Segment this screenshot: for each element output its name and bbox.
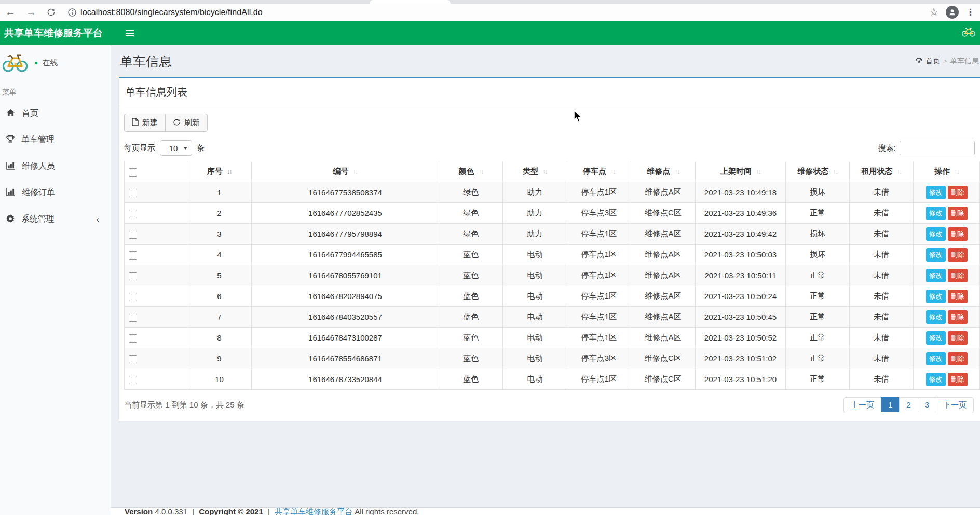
row-checkbox[interactable] — [129, 231, 137, 239]
delete-button[interactable]: 删除 — [948, 227, 968, 241]
browser-back-icon[interactable]: ← — [0, 4, 21, 21]
cell-time: 2021-03-23 10:49:42 — [696, 224, 786, 245]
delete-button[interactable]: 删除 — [948, 352, 968, 365]
edit-button[interactable]: 修改 — [926, 373, 946, 386]
col-seq[interactable]: 序号↓↑ — [187, 161, 252, 182]
browser-reload-icon[interactable] — [42, 8, 61, 17]
edit-button[interactable]: 修改 — [926, 352, 946, 365]
row-checkbox[interactable] — [129, 189, 137, 197]
address-bar[interactable]: localhost:8080/singlecarsystem/bicycle/f… — [63, 5, 924, 20]
row-checkbox[interactable] — [129, 314, 137, 322]
pagination-page-2[interactable]: 2 — [900, 397, 918, 413]
sort-icon[interactable]: ↑↓ — [479, 168, 483, 175]
cell-rent_status: 未借 — [850, 182, 914, 203]
col-time[interactable]: 上架时间↑↓ — [696, 161, 786, 182]
edit-button[interactable]: 修改 — [926, 207, 946, 220]
tab-artifact — [370, 0, 451, 4]
new-button[interactable]: 新建 — [124, 114, 165, 132]
sort-icon[interactable]: ↑↓ — [675, 168, 679, 175]
cell-color: 蓝色 — [439, 286, 503, 307]
pagination-next[interactable]: 下一页 — [936, 397, 974, 413]
site-info-icon[interactable] — [68, 8, 76, 17]
breadcrumb-home-link[interactable]: 首页 — [915, 57, 940, 66]
row-checkbox[interactable] — [129, 210, 137, 218]
profile-avatar[interactable] — [946, 6, 959, 19]
delete-button[interactable]: 删除 — [948, 290, 968, 303]
row-checkbox[interactable] — [129, 272, 137, 280]
edit-button[interactable]: 修改 — [926, 186, 946, 199]
sidebar-item-repair-orders[interactable]: 维修订单 — [0, 180, 111, 206]
sidebar-item-system-management[interactable]: 系统管理 ‹ — [0, 206, 111, 233]
row-checkbox[interactable] — [129, 355, 137, 363]
url-text[interactable]: localhost:8080/singlecarsystem/bicycle/f… — [80, 8, 263, 17]
browser-forward-icon[interactable]: → — [21, 4, 42, 21]
sort-icon[interactable]: ↑↓ — [833, 168, 838, 175]
cell-type: 电动 — [503, 307, 567, 328]
col-repair-status[interactable]: 维修状态↑↓ — [786, 161, 850, 182]
cell-repair_status: 正常 — [786, 203, 850, 224]
browser-toolbar: ← → localhost:8080/singlecarsystem/bicyc… — [0, 4, 980, 21]
search-input[interactable] — [900, 141, 975, 155]
sidebar-item-bike-management[interactable]: 单车管理 — [0, 127, 111, 153]
browser-menu-icon[interactable]: ⋮ — [961, 4, 980, 21]
app-brand[interactable]: 共享单车维修服务平台 — [0, 26, 111, 40]
bookmark-star-icon[interactable]: ☆ — [924, 4, 944, 21]
sort-icon[interactable]: ↓↑ — [227, 168, 232, 175]
table-row: 416164677994465585蓝色电动停车点1区维修点A区2021-03-… — [125, 245, 980, 265]
row-actions-cell: 修改删除 — [914, 182, 980, 203]
row-checkbox-cell — [125, 369, 187, 390]
edit-button[interactable]: 修改 — [926, 269, 946, 282]
sort-icon[interactable]: ↑↓ — [954, 168, 959, 175]
col-repair-point[interactable]: 维修点↑↓ — [631, 161, 696, 182]
row-actions-cell: 修改删除 — [914, 348, 980, 369]
col-type[interactable]: 类型↑↓ — [503, 161, 567, 182]
cell-code: 16164678473100287 — [252, 328, 439, 348]
sort-icon[interactable]: ↑↓ — [610, 168, 615, 175]
sidebar-item-repair-staff[interactable]: 维修人员 — [0, 153, 111, 180]
edit-button[interactable]: 修改 — [926, 310, 946, 324]
bike-table: 序号↓↑ 编号↑↓ 颜色↑↓ 类型↑↓ 停车点↑↓ 维修点↑↓ 上架时间↑↓ 维… — [124, 161, 980, 390]
row-checkbox[interactable] — [129, 251, 137, 260]
sidebar-item-home[interactable]: 首页 — [0, 100, 111, 127]
table-body: 116164677538508374绿色助力停车点1区维修点A区2021-03-… — [125, 182, 980, 390]
col-code[interactable]: 编号↑↓ — [252, 161, 439, 182]
table-row: 116164677538508374绿色助力停车点1区维修点A区2021-03-… — [125, 182, 980, 203]
col-park[interactable]: 停车点↑↓ — [567, 161, 631, 182]
edit-button[interactable]: 修改 — [926, 227, 946, 241]
cell-code: 16164677538508374 — [252, 182, 439, 203]
pagination-page-1[interactable]: 1 — [881, 397, 900, 413]
select-all-checkbox[interactable] — [129, 168, 137, 177]
pagination-prev[interactable]: 上一页 — [843, 397, 881, 413]
sort-icon[interactable]: ↑↓ — [542, 168, 547, 175]
refresh-button[interactable]: 刷新 — [165, 114, 208, 132]
delete-button[interactable]: 删除 — [948, 248, 968, 262]
sidebar-toggle-icon[interactable] — [122, 27, 137, 39]
row-checkbox[interactable] — [129, 376, 137, 384]
cell-seq: 8 — [187, 328, 252, 348]
delete-button[interactable]: 删除 — [948, 269, 968, 282]
col-color[interactable]: 颜色↑↓ — [439, 161, 503, 182]
page-size-select[interactable]: 10 — [160, 140, 192, 156]
edit-button[interactable]: 修改 — [926, 331, 946, 345]
edit-button[interactable]: 修改 — [926, 290, 946, 303]
sort-icon[interactable]: ↑↓ — [353, 168, 358, 175]
search-label: 搜索: — [878, 143, 896, 153]
sidebar-menu: 首页 单车管理 维修人员 维修订单 系统管理 ‹ — [0, 100, 111, 233]
delete-button[interactable]: 删除 — [948, 310, 968, 324]
delete-button[interactable]: 删除 — [948, 373, 968, 386]
delete-button[interactable]: 删除 — [948, 331, 968, 345]
row-checkbox[interactable] — [129, 293, 137, 301]
col-rent-status[interactable]: 租用状态↑↓ — [850, 161, 914, 182]
delete-button[interactable]: 删除 — [948, 186, 968, 199]
sort-icon[interactable]: ↑↓ — [756, 168, 760, 175]
pagination-page-3[interactable]: 3 — [918, 397, 936, 413]
delete-button[interactable]: 删除 — [948, 207, 968, 220]
col-actions[interactable]: 操作↑↓ — [914, 161, 980, 182]
row-checkbox[interactable] — [129, 334, 137, 343]
edit-button[interactable]: 修改 — [926, 248, 946, 262]
footer-brand-link[interactable]: 共享单车维修服务平台 — [275, 507, 352, 515]
cell-repair: 维修点C区 — [631, 348, 696, 369]
cell-repair: 维修点A区 — [631, 286, 696, 307]
sort-icon[interactable]: ↑↓ — [897, 168, 902, 175]
row-actions-cell: 修改删除 — [914, 245, 980, 265]
